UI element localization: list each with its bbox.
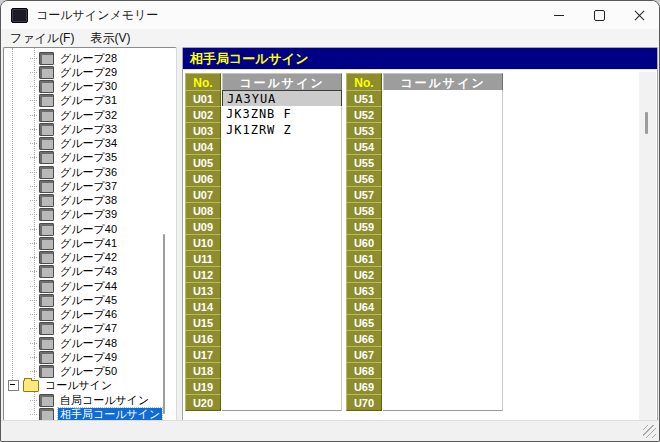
menu-view[interactable]: 表示(V): [83, 29, 137, 48]
callsign-cell[interactable]: [222, 362, 342, 379]
tree-item[interactable]: グループ39: [30, 208, 119, 222]
memory-number-cell[interactable]: U13: [185, 282, 221, 299]
close-button[interactable]: [619, 1, 659, 29]
callsign-cell[interactable]: [383, 362, 503, 379]
tree-item[interactable]: 相手局コールサイン: [30, 407, 162, 421]
memory-number-cell[interactable]: U52: [346, 106, 382, 123]
callsign-cell[interactable]: JK3ZNB F: [222, 106, 342, 123]
memory-number-cell[interactable]: U19: [185, 378, 221, 395]
callsign-cell[interactable]: [383, 218, 503, 235]
memory-number-cell[interactable]: U60: [346, 234, 382, 251]
callsign-cell[interactable]: [222, 298, 342, 315]
memory-number-cell[interactable]: U69: [346, 378, 382, 395]
callsign-cell[interactable]: [383, 282, 503, 299]
memory-number-cell[interactable]: U58: [346, 202, 382, 219]
tree-item[interactable]: グループ34: [30, 137, 119, 151]
callsign-cell[interactable]: [383, 170, 503, 187]
callsign-cell[interactable]: [222, 314, 342, 331]
memory-number-cell[interactable]: U10: [185, 234, 221, 251]
memory-number-cell[interactable]: U03: [185, 122, 221, 139]
table-scrollbar-track[interactable]: [639, 72, 656, 420]
callsign-cell[interactable]: JK1ZRW Z: [222, 122, 342, 139]
memory-number-cell[interactable]: U12: [185, 266, 221, 283]
memory-number-cell[interactable]: U61: [346, 250, 382, 267]
callsign-cell[interactable]: [222, 282, 342, 299]
callsign-cell[interactable]: [383, 154, 503, 171]
memory-number-cell[interactable]: U05: [185, 154, 221, 171]
callsign-cell[interactable]: [383, 378, 503, 395]
tree-item[interactable]: グループ28: [30, 51, 119, 65]
tree-item[interactable]: グループ48: [30, 336, 119, 350]
tree-item[interactable]: グループ31: [30, 94, 119, 108]
callsign-cell[interactable]: [383, 314, 503, 331]
callsign-cell[interactable]: [222, 186, 342, 203]
memory-number-cell[interactable]: U51: [346, 90, 382, 107]
tree-item[interactable]: グループ38: [30, 194, 119, 208]
callsign-cell[interactable]: [222, 234, 342, 251]
tree-item[interactable]: グループ50: [30, 365, 119, 379]
memory-number-cell[interactable]: U68: [346, 362, 382, 379]
minimize-button[interactable]: [539, 1, 579, 29]
memory-number-cell[interactable]: U17: [185, 346, 221, 363]
tree-item[interactable]: グループ46: [30, 308, 119, 322]
memory-number-cell[interactable]: U59: [346, 218, 382, 235]
memory-number-cell[interactable]: U04: [185, 138, 221, 155]
callsign-cell[interactable]: [383, 122, 503, 139]
callsign-cell[interactable]: [383, 394, 503, 411]
menu-file[interactable]: ファイル(F): [3, 29, 81, 48]
memory-number-cell[interactable]: U64: [346, 298, 382, 315]
callsign-cell[interactable]: [222, 202, 342, 219]
tree-item[interactable]: グループ36: [30, 165, 119, 179]
callsign-cell[interactable]: [383, 266, 503, 283]
callsign-cell[interactable]: [383, 330, 503, 347]
tree-item[interactable]: グループ35: [30, 151, 119, 165]
resize-grip-icon[interactable]: [643, 425, 656, 438]
callsign-cell[interactable]: [383, 234, 503, 251]
callsign-cell[interactable]: [222, 378, 342, 395]
callsign-cell[interactable]: [383, 250, 503, 267]
callsign-cell[interactable]: JA3YUA: [222, 90, 342, 107]
maximize-button[interactable]: [579, 1, 619, 29]
memory-number-cell[interactable]: U56: [346, 170, 382, 187]
memory-number-cell[interactable]: U63: [346, 282, 382, 299]
tree-item[interactable]: グループ33: [30, 122, 119, 136]
tree-item[interactable]: グループ49: [30, 350, 119, 364]
memory-number-cell[interactable]: U53: [346, 122, 382, 139]
memory-number-cell[interactable]: U06: [185, 170, 221, 187]
collapse-toggle-icon[interactable]: [8, 380, 19, 391]
tree-item[interactable]: グループ44: [30, 279, 119, 293]
callsign-cell[interactable]: [222, 330, 342, 347]
callsign-cell[interactable]: [222, 154, 342, 171]
memory-number-cell[interactable]: U70: [346, 394, 382, 411]
callsign-cell[interactable]: [383, 186, 503, 203]
memory-number-cell[interactable]: U67: [346, 346, 382, 363]
tree-item[interactable]: グループ37: [30, 179, 119, 193]
tree-item[interactable]: グループ32: [30, 108, 119, 122]
memory-number-cell[interactable]: U65: [346, 314, 382, 331]
tree-item[interactable]: グループ47: [30, 322, 119, 336]
tree-item-folder[interactable]: コールサイン: [8, 379, 114, 393]
tree-item[interactable]: グループ43: [30, 265, 119, 279]
callsign-cell[interactable]: [222, 170, 342, 187]
memory-number-cell[interactable]: U57: [346, 186, 382, 203]
memory-number-cell[interactable]: U02: [185, 106, 221, 123]
memory-number-cell[interactable]: U07: [185, 186, 221, 203]
memory-number-cell[interactable]: U54: [346, 138, 382, 155]
callsign-cell[interactable]: [383, 106, 503, 123]
callsign-cell[interactable]: [222, 346, 342, 363]
tree-item[interactable]: グループ29: [30, 65, 119, 79]
memory-number-cell[interactable]: U01: [185, 90, 221, 107]
memory-number-cell[interactable]: U66: [346, 330, 382, 347]
callsign-cell[interactable]: [383, 90, 503, 107]
tree-vertical-scrollbar[interactable]: [163, 234, 165, 414]
callsign-cell[interactable]: [222, 266, 342, 283]
memory-number-cell[interactable]: U55: [346, 154, 382, 171]
callsign-cell[interactable]: [383, 346, 503, 363]
memory-number-cell[interactable]: U15: [185, 314, 221, 331]
callsign-cell[interactable]: [383, 202, 503, 219]
tree-item[interactable]: グループ41: [30, 236, 119, 250]
memory-number-cell[interactable]: U20: [185, 394, 221, 411]
memory-number-cell[interactable]: U62: [346, 266, 382, 283]
memory-number-cell[interactable]: U16: [185, 330, 221, 347]
tree-item[interactable]: グループ40: [30, 222, 119, 236]
